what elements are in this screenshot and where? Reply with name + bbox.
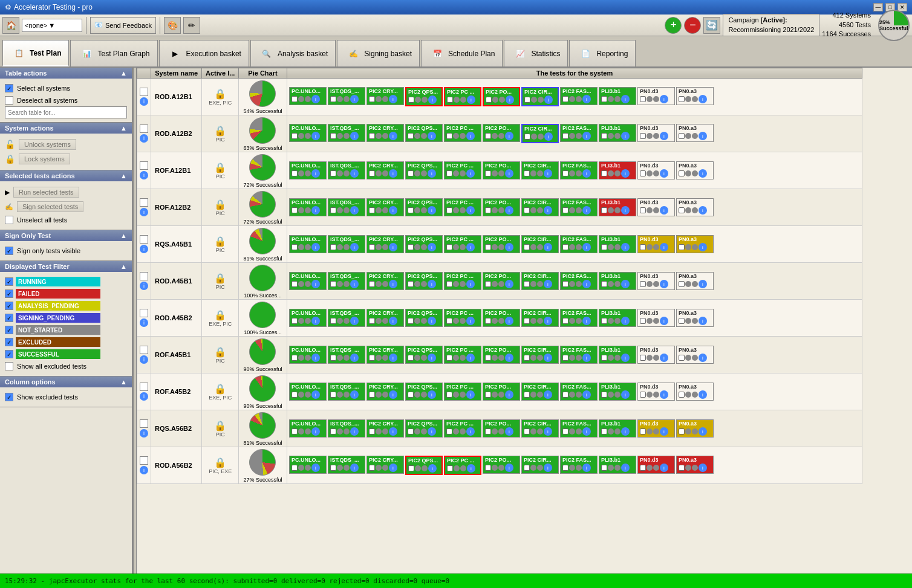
- info-btn[interactable]: i: [582, 95, 591, 103]
- pli-info-btn[interactable]: i: [621, 132, 630, 140]
- info-btn[interactable]: i: [350, 169, 359, 178]
- info-btn[interactable]: i: [389, 280, 397, 288]
- info-btn[interactable]: i: [466, 427, 475, 436]
- info-btn[interactable]: i: [311, 243, 320, 251]
- row-select-checkbox[interactable]: [140, 88, 148, 96]
- row-info-icon[interactable]: i: [140, 245, 148, 253]
- info-btn[interactable]: i: [466, 317, 475, 325]
- info-btn[interactable]: i: [428, 243, 436, 251]
- remove-button[interactable]: −: [684, 17, 701, 34]
- tab-statistics[interactable]: 📈 Statistics: [504, 40, 568, 66]
- row-info-icon[interactable]: i: [140, 466, 148, 474]
- tab-analysis-basket[interactable]: 🔍 Analysis basket: [250, 40, 336, 66]
- tab-test-plan[interactable]: 📋 Test Plan: [2, 40, 69, 66]
- row-select-checkbox[interactable]: [140, 309, 148, 317]
- row-select-checkbox[interactable]: [140, 198, 148, 207]
- info-btn[interactable]: i: [544, 427, 552, 436]
- info-btn[interactable]: i: [350, 95, 359, 103]
- info-btn[interactable]: i: [311, 169, 320, 178]
- tab-test-plan-graph[interactable]: 📊 Test Plan Graph: [70, 40, 157, 66]
- info-btn[interactable]: i: [544, 95, 553, 104]
- pno-d3-info-btn[interactable]: i: [660, 169, 668, 178]
- tab-execution-basket[interactable]: ▶ Execution basket: [159, 40, 249, 66]
- info-btn[interactable]: i: [582, 354, 591, 362]
- pno-d3-info-btn[interactable]: i: [660, 243, 668, 251]
- row-info-icon[interactable]: i: [140, 282, 148, 290]
- filter-checkbox[interactable]: [5, 350, 13, 358]
- filter-collapse[interactable]: ▲: [120, 263, 127, 270]
- info-btn[interactable]: i: [428, 280, 436, 288]
- info-btn[interactable]: i: [466, 243, 475, 251]
- info-btn[interactable]: i: [582, 390, 591, 399]
- send-feedback-button[interactable]: 📧 Send Feedback: [90, 17, 156, 34]
- info-btn[interactable]: i: [506, 95, 514, 104]
- info-btn[interactable]: i: [544, 354, 552, 362]
- tab-reporting[interactable]: 📄 Reporting: [569, 40, 636, 66]
- info-btn[interactable]: i: [428, 169, 436, 178]
- pno-a3-info-btn[interactable]: i: [699, 206, 707, 215]
- info-btn[interactable]: i: [582, 317, 591, 325]
- pno-d3-info-btn[interactable]: i: [660, 95, 668, 103]
- info-btn[interactable]: i: [582, 280, 591, 288]
- info-btn[interactable]: i: [467, 95, 475, 104]
- pli-info-btn[interactable]: i: [621, 243, 630, 251]
- info-btn[interactable]: i: [389, 427, 397, 436]
- edit-icon[interactable]: ✏: [183, 17, 200, 34]
- pno-d3-info-btn[interactable]: i: [660, 206, 668, 215]
- info-btn[interactable]: i: [350, 206, 359, 215]
- row-info-icon[interactable]: i: [140, 355, 148, 364]
- filter-checkbox[interactable]: [5, 302, 13, 310]
- info-btn[interactable]: i: [350, 390, 359, 399]
- selected-tests-collapse[interactable]: ▲: [120, 172, 127, 179]
- pli-info-btn[interactable]: i: [621, 354, 630, 362]
- info-btn[interactable]: i: [466, 390, 475, 399]
- pli-info-btn[interactable]: i: [621, 206, 630, 215]
- pno-a3-info-btn[interactable]: i: [699, 243, 707, 251]
- none-dropdown[interactable]: <none> ▼: [22, 19, 82, 32]
- collapse-icon[interactable]: ▲: [120, 69, 127, 77]
- info-btn[interactable]: i: [544, 243, 552, 251]
- info-btn[interactable]: i: [428, 390, 436, 399]
- info-btn[interactable]: i: [311, 95, 320, 103]
- pno-d3-info-btn[interactable]: i: [660, 464, 668, 472]
- row-info-icon[interactable]: i: [140, 134, 148, 143]
- info-btn[interactable]: i: [582, 464, 591, 472]
- info-btn[interactable]: i: [428, 464, 437, 473]
- pno-a3-info-btn[interactable]: i: [699, 427, 707, 436]
- info-btn[interactable]: i: [350, 427, 359, 436]
- info-btn[interactable]: i: [389, 354, 397, 362]
- unlock-systems-button[interactable]: Unlock systems: [19, 139, 76, 150]
- row-select-checkbox[interactable]: [140, 383, 148, 391]
- info-btn[interactable]: i: [311, 132, 320, 140]
- row-select-checkbox[interactable]: [140, 124, 148, 133]
- info-btn[interactable]: i: [505, 169, 513, 178]
- select-all-checkbox[interactable]: [5, 84, 13, 92]
- column-options-collapse[interactable]: ▲: [120, 378, 127, 386]
- row-info-icon[interactable]: i: [140, 392, 148, 401]
- home-icon[interactable]: 🏠: [2, 17, 19, 34]
- pno-a3-info-btn[interactable]: i: [699, 390, 707, 399]
- pno-a3-info-btn[interactable]: i: [699, 95, 707, 103]
- info-btn[interactable]: i: [505, 427, 513, 436]
- info-btn[interactable]: i: [350, 243, 359, 251]
- info-btn[interactable]: i: [311, 317, 320, 325]
- pno-a3-info-btn[interactable]: i: [699, 169, 707, 178]
- color-icon[interactable]: 🎨: [164, 17, 181, 34]
- lock-systems-button[interactable]: Lock systems: [19, 153, 70, 164]
- pno-d3-info-btn[interactable]: i: [660, 317, 668, 325]
- info-btn[interactable]: i: [466, 354, 475, 362]
- info-btn[interactable]: i: [389, 464, 397, 472]
- pno-d3-info-btn[interactable]: i: [660, 280, 668, 288]
- row-info-icon[interactable]: i: [140, 318, 148, 327]
- info-btn[interactable]: i: [389, 243, 397, 251]
- filter-checkbox[interactable]: [5, 338, 13, 346]
- info-btn[interactable]: i: [389, 390, 397, 399]
- pno-a3-info-btn[interactable]: i: [699, 280, 707, 288]
- unselect-all-tests-checkbox[interactable]: [5, 216, 13, 224]
- info-btn[interactable]: i: [505, 390, 513, 399]
- pli-info-btn[interactable]: i: [621, 464, 630, 472]
- info-btn[interactable]: i: [505, 206, 513, 215]
- pno-d3-info-btn[interactable]: i: [660, 427, 668, 436]
- pli-info-btn[interactable]: i: [621, 169, 630, 178]
- row-select-checkbox[interactable]: [140, 272, 148, 280]
